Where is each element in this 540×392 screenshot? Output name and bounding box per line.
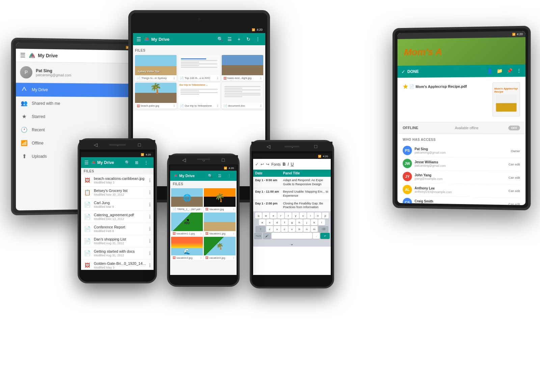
file-item-golden-gate[interactable]: 🖼 Golden-Gate-Bri...0_1920_1440.jpg Modi… — [81, 259, 154, 270]
grid-item-doc[interactable]: 📄 document.doc ℹ — [222, 83, 263, 109]
phone-left-hamburger[interactable]: ☰ — [84, 160, 89, 165]
info-icon-sydney[interactable]: ℹ — [173, 76, 175, 80]
recents-button-center[interactable]: □ — [222, 157, 224, 163]
phone-left-search[interactable]: 🔍 — [123, 159, 131, 167]
key-w[interactable]: w — [263, 213, 269, 219]
grid-item-sydney[interactable]: Sydney Visitor Tips 📄 Things to...in Syd… — [135, 55, 177, 81]
more-icon-caribbean[interactable]: ℹ — [149, 177, 151, 184]
key-f[interactable]: f — [281, 219, 288, 225]
more-icon-getting-started[interactable]: ℹ — [149, 250, 151, 256]
underline-button[interactable]: U — [291, 162, 294, 167]
key-p[interactable]: p — [322, 213, 329, 219]
key-d[interactable]: d — [274, 219, 280, 225]
grid-item-beach[interactable]: 🌴 🖼 beach-palm.jpg ℹ — [135, 83, 177, 109]
key-a[interactable]: a — [259, 219, 266, 225]
info-icon-doc[interactable]: ℹ — [260, 104, 262, 108]
nav-starred[interactable]: ★ Starred — [16, 110, 138, 123]
grid-item-yellowstone[interactable]: Our trip to Yellowstone ... 📄 Our trip t… — [178, 83, 220, 109]
key-u[interactable]: u — [300, 213, 306, 219]
phone-center-more[interactable]: ⋮ — [225, 172, 233, 180]
fonts-label[interactable]: Fonts — [271, 162, 281, 166]
undo-btn[interactable]: ↩ — [261, 162, 264, 167]
key-space[interactable] — [272, 233, 312, 239]
key-x[interactable]: x — [274, 226, 280, 232]
phone-center-search[interactable]: 🔍 — [206, 172, 214, 180]
info-icon-london[interactable]: ℹ — [260, 76, 262, 80]
file-item-betsey[interactable]: 📋 Betsey's Grocery list Modified Nov 30,… — [81, 187, 154, 199]
chevron-down-icon[interactable]: ⌄ — [290, 241, 294, 246]
key-q[interactable]: q — [255, 213, 262, 219]
photo-item-vacation3[interactable]: 🌊 🖼 vacation3.jpg ℹ — [171, 237, 203, 260]
recents-button-right[interactable]: □ — [314, 144, 317, 149]
phone-left-grid[interactable]: ⊞ — [133, 159, 141, 167]
key-period[interactable]: . — [313, 233, 320, 239]
key-s[interactable]: s — [266, 219, 273, 225]
nav-shared[interactable]: 👥 Shared with me — [16, 96, 138, 110]
info-icon-yellowstone[interactable]: ℹ — [217, 104, 218, 108]
grid-item-nyc[interactable]: 📄 Top 100 th...o in NYC ℹ — [178, 55, 220, 81]
key-h[interactable]: h — [296, 219, 303, 225]
more-icon[interactable]: ⋮ — [254, 35, 262, 43]
agenda-row-3[interactable]: Day 1 - 2:00 pm Closing the Finability G… — [253, 200, 331, 211]
key-y[interactable]: y — [292, 213, 299, 219]
more-icon-vacation1-1[interactable]: ℹ — [200, 232, 201, 235]
more-icon-vacation[interactable]: ℹ — [233, 208, 234, 211]
info-icon-nyc[interactable]: ℹ — [217, 76, 218, 80]
offline-toggle[interactable]: OFF — [508, 125, 520, 130]
key-l[interactable]: l — [318, 219, 325, 225]
photo-item-vacation4[interactable]: 🌴 🖼 vacation4.jpg ℹ — [204, 237, 236, 260]
back-button-right[interactable]: ◁ — [267, 144, 270, 149]
photo-item-vacation1[interactable]: 🖼 Vacation1.jpg ℹ — [204, 213, 236, 236]
list-view-icon[interactable]: ☰ — [225, 35, 234, 43]
key-k[interactable]: k — [311, 219, 318, 225]
done-label[interactable]: DONE — [407, 69, 419, 74]
key-e[interactable]: e — [270, 213, 277, 219]
file-item-dans[interactable]: 📄 Dan's shopping List Modified Aug 31, 2… — [81, 235, 154, 247]
bold-button[interactable]: B — [283, 162, 286, 167]
agenda-row-2[interactable]: Day 1 - 11:00 am Beyond Usable: Mapping … — [253, 188, 331, 200]
hamburger-icon[interactable]: ☰ — [20, 52, 25, 59]
sync-icon[interactable]: ↻ — [244, 35, 252, 43]
more-icon-vacation3[interactable]: ℹ — [200, 256, 201, 259]
grid-item-london[interactable]: 🖼 tower-brid...ilight.jpg ℹ — [222, 55, 263, 81]
key-123[interactable]: ?123 — [254, 233, 262, 239]
undo-icon[interactable]: ✓ — [255, 162, 259, 167]
file-item-carl-jung[interactable]: 📄 Carl Jung Modified Mar 9 ℹ — [81, 199, 154, 211]
file-item-getting-started[interactable]: 📄 Getting started with docs Modified Aug… — [81, 247, 154, 259]
key-j[interactable]: j — [303, 219, 310, 225]
key-backspace[interactable]: ⌫ — [318, 226, 328, 232]
search-icon[interactable]: 🔍 — [216, 35, 224, 43]
more-icon-vacation4[interactable]: ℹ — [233, 256, 234, 259]
more-icon-conference[interactable]: ℹ — [149, 226, 151, 232]
key-t[interactable]: t — [285, 213, 292, 219]
info-icon-beach[interactable]: ℹ — [173, 104, 175, 108]
agenda-row-1[interactable]: Day 1 - 9:00 am Adapt and Respond: An Ex… — [253, 177, 331, 188]
file-item-caribbean[interactable]: 🖼 beach-vacations-caribbean.jpg Modified… — [81, 174, 154, 187]
key-z[interactable]: z — [266, 226, 273, 232]
key-enter[interactable]: ↵ — [320, 233, 330, 239]
pin-icon[interactable]: 📌 — [507, 68, 512, 74]
more-icon-betsey[interactable]: ℹ — [149, 189, 151, 196]
add-icon[interactable]: + — [235, 35, 243, 43]
key-m[interactable]: m — [311, 226, 318, 232]
file-item-catering[interactable]: 📄 Catering_agreement.pdf Modified Dec 13… — [81, 211, 154, 223]
nav-my-drive[interactable]: My Drive — [16, 83, 138, 97]
key-o[interactable]: o — [315, 213, 321, 219]
redo-btn[interactable]: ↪ — [266, 162, 269, 167]
italic-button[interactable]: I — [288, 162, 289, 167]
phone-center-list[interactable]: ☰ — [216, 172, 224, 180]
photo-item-vacation1-1[interactable]: 🏖 🖼 vacation1-1.jpg ℹ — [171, 213, 203, 236]
folder-icon[interactable]: 📁 — [497, 68, 503, 74]
more-right-icon[interactable]: ⋮ — [517, 68, 521, 73]
hamburger-center-icon[interactable]: ☰ — [136, 36, 141, 43]
key-n[interactable]: n — [303, 226, 310, 232]
more-icon-dans[interactable]: ℹ — [149, 238, 151, 244]
key-v[interactable]: v — [289, 226, 295, 232]
phone-left-more[interactable]: ⋮ — [142, 159, 150, 167]
key-g[interactable]: g — [289, 219, 295, 225]
more-icon-carl-jung[interactable]: ℹ — [149, 201, 151, 208]
key-b[interactable]: b — [296, 226, 303, 232]
photo-item-vacation[interactable]: 🌴 🖼 Vacation.jpg ℹ — [204, 188, 236, 212]
nav-recent[interactable]: 🕐 Recent — [16, 123, 138, 136]
person-icon[interactable]: 👤 — [487, 68, 492, 74]
